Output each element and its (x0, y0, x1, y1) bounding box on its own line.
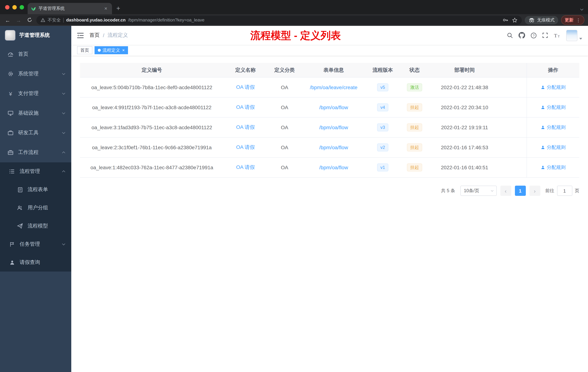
sidebar-item-user-group[interactable]: 用户分组 (0, 199, 71, 217)
assign-rule-link[interactable]: 分配规则 (541, 104, 566, 111)
site-favicon-icon (31, 6, 36, 11)
address-bar[interactable]: 不安全 dashboard.yudao.iocoder.cn /bpm/mana… (36, 15, 522, 25)
form-link[interactable]: /bpm/oa/flow (319, 144, 348, 150)
assign-rule-link[interactable]: 分配规则 (541, 144, 566, 151)
cell-category: OA (267, 158, 302, 177)
table-row: oa_leave:5:004b710b-7b8a-11ec-8ef0-acde4… (80, 77, 579, 98)
cell-definition-id: oa_leave:5:004b710b-7b8a-11ec-8ef0-acde4… (80, 77, 224, 97)
url-host: dashboard.yudao.iocoder.cn (66, 17, 126, 22)
user-icon (541, 105, 545, 109)
page-size-select[interactable]: 10条/页 (460, 186, 496, 196)
tag-current[interactable]: 流程定义 × (94, 46, 128, 54)
refresh-button[interactable] (25, 17, 33, 23)
definition-name-link[interactable]: OA 请假 (236, 84, 255, 91)
user-icon (541, 145, 545, 150)
version-tag: v2 (377, 143, 388, 152)
page-content: 定义编号 定义名称 定义分类 表单信息 流程版本 状态 部署时间 操作 oa_l… (71, 56, 588, 372)
flag-icon (9, 241, 15, 247)
window-zoom-button[interactable] (20, 5, 24, 10)
form-link[interactable]: /bpm/oa/leave/create (310, 85, 357, 90)
goto-unit: 页 (575, 188, 579, 194)
user-icon (541, 85, 545, 89)
back-button[interactable]: ← (4, 17, 12, 23)
assign-rule-link[interactable]: 分配规则 (541, 84, 566, 91)
assign-rule-link[interactable]: 分配规则 (541, 124, 566, 131)
security-label: 不安全 (48, 17, 61, 23)
browser-tab[interactable]: 芋道管理系统 × (28, 3, 112, 14)
form-link[interactable]: /bpm/oa/flow (319, 124, 348, 130)
definition-table: 定义编号 定义名称 定义分类 表单信息 流程版本 状态 部署时间 操作 oa_l… (80, 63, 579, 178)
table-row: oa_leave:2:3c1f0ef1-76b1-11ec-9c66-a2380… (80, 138, 579, 158)
incognito-spy-icon (528, 18, 535, 22)
user-menu[interactable] (566, 30, 582, 41)
breadcrumb: 首页 / 流程定义 (89, 32, 128, 39)
new-tab-button[interactable]: + (116, 5, 120, 12)
app-logo[interactable]: 芋道管理系统 (0, 26, 71, 44)
goto-label: 前往 (545, 188, 554, 194)
sidebar-item-leave-query[interactable]: 请假查询 (0, 253, 71, 272)
form-link[interactable]: /bpm/oa/flow (319, 164, 348, 170)
fullscreen-icon[interactable] (542, 33, 548, 38)
tab-close-icon[interactable]: × (103, 6, 109, 11)
browser-menu-icon[interactable]: ⋮ (576, 17, 581, 23)
active-dot (98, 49, 101, 52)
briefcase-icon (7, 150, 14, 155)
tab-search-chevron-icon[interactable] (581, 5, 583, 12)
goto-page-input[interactable] (557, 186, 572, 196)
sidebar-menu: 首页 系统管理 ¥ 支付管理 (0, 44, 71, 272)
search-icon[interactable] (507, 32, 513, 38)
logo-avatar (5, 30, 16, 41)
window-close-button[interactable] (5, 5, 10, 10)
sidebar-item-process-model[interactable]: 流程模型 (0, 217, 71, 235)
col-version: 流程版本 (366, 63, 400, 77)
version-tag: v4 (377, 103, 388, 111)
form-link[interactable]: /bpm/oa/flow (319, 104, 348, 110)
definition-name-link[interactable]: OA 请假 (236, 124, 255, 131)
cell-deploy-time: 2022-01-22 20:34:10 (429, 98, 500, 117)
chrome-update-button[interactable]: 更新 ⋮ (561, 15, 584, 25)
sidebar-item-home[interactable]: 首页 (0, 44, 71, 64)
main-area: 首页 / 流程定义 流程模型 - 定义列表 ? (71, 26, 588, 372)
col-definition-name: 定义名称 (224, 63, 267, 77)
sidebar-item-workflow[interactable]: 工作流程 (0, 143, 71, 162)
tags-view-bar: 首页 流程定义 × (71, 45, 588, 56)
assign-rule-link[interactable]: 分配规则 (541, 164, 566, 171)
browser-window: 芋道管理系统 × + ← → 不安全 dashboard.yudao.iocod… (0, 0, 588, 372)
definition-name-link[interactable]: OA 请假 (236, 104, 255, 111)
help-icon[interactable]: ? (531, 32, 537, 38)
prev-page-button[interactable]: ‹ (500, 186, 511, 196)
forward-button[interactable]: → (15, 17, 22, 23)
sidebar-item-process-management[interactable]: 流程管理 (0, 162, 71, 181)
chevron-down-icon (62, 242, 65, 245)
cell-category: OA (267, 138, 302, 157)
bookmark-star-icon[interactable] (512, 17, 517, 23)
sidebar-item-process-form[interactable]: 流程表单 (0, 181, 71, 199)
status-tag: 挂起 (407, 123, 422, 131)
document-icon (17, 187, 23, 192)
next-page-button[interactable]: › (529, 186, 540, 196)
cell-definition-id: oa_leave:2:3c1f0ef1-76b1-11ec-9c66-a2380… (80, 138, 224, 157)
definition-name-link[interactable]: OA 请假 (236, 164, 255, 171)
password-key-icon[interactable] (503, 17, 508, 23)
tag-home[interactable]: 首页 (77, 46, 92, 54)
sidebar: 芋道管理系统 首页 系统管理 ¥ 支付管 (0, 26, 71, 372)
status-tag: 挂起 (407, 103, 422, 111)
font-size-icon[interactable]: TT (554, 32, 561, 38)
sidebar-item-devtools[interactable]: 研发工具 (0, 123, 71, 143)
cell-definition-id: oa_leave:1:482ec033-762a-11ec-8477-a2380… (80, 158, 224, 177)
sidebar-item-infrastructure[interactable]: 基础设施 (0, 103, 71, 123)
sidebar-item-system[interactable]: 系统管理 (0, 64, 71, 84)
tag-close-icon[interactable]: × (122, 48, 125, 52)
sidebar-collapse-button[interactable] (77, 32, 84, 38)
sidebar-item-task-management[interactable]: 任务管理 (0, 235, 71, 253)
breadcrumb-home[interactable]: 首页 (89, 32, 100, 39)
definition-name-link[interactable]: OA 请假 (236, 144, 255, 151)
chevron-down-icon (62, 111, 65, 114)
tab-title: 芋道管理系统 (39, 5, 100, 12)
col-definition-id: 定义编号 (80, 63, 224, 77)
github-icon[interactable] (519, 32, 525, 39)
window-minimize-button[interactable] (12, 5, 17, 10)
sidebar-item-payment[interactable]: ¥ 支付管理 (0, 84, 71, 103)
pagination: 共 5 条 10条/页 ‹ 1 › 前往 页 (80, 186, 579, 196)
page-number-button[interactable]: 1 (515, 186, 526, 196)
